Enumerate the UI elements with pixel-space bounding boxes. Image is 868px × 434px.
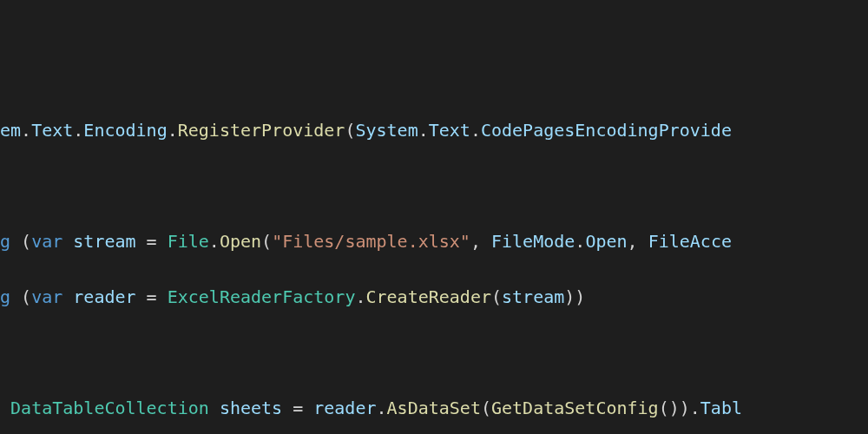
code-line-3: g (var stream = File.Open("Files/sample.… — [0, 227, 868, 255]
code-line-6: DataTableCollection sheets = reader.AsDa… — [0, 394, 868, 422]
code-line-1: em.Text.Encoding.RegisterProvider(System… — [0, 116, 868, 144]
code-line-4: g (var reader = ExcelReaderFactory.Creat… — [0, 283, 868, 311]
code-line-5 — [0, 339, 868, 366]
code-editor[interactable]: em.Text.Encoding.RegisterProvider(System… — [0, 116, 868, 434]
code-line-2 — [0, 172, 868, 200]
